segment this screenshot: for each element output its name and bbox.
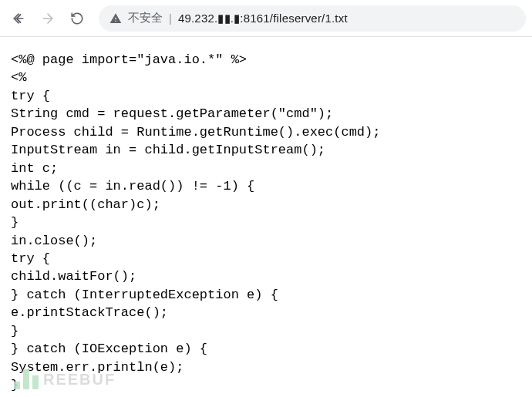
url-text: 49.232.▮▮.▮:8161/fileserver/1.txt <box>178 12 348 25</box>
browser-toolbar: 不安全 | 49.232.▮▮.▮:8161/fileserver/1.txt <box>0 0 532 37</box>
page-content-code: <%@ page import="java.io.*" %> <% try { … <box>0 37 532 397</box>
not-secure-icon <box>109 12 122 25</box>
address-separator: | <box>169 12 172 25</box>
back-button[interactable] <box>6 6 31 31</box>
reload-button[interactable] <box>65 6 89 31</box>
address-bar[interactable]: 不安全 | 49.232.▮▮.▮:8161/fileserver/1.txt <box>99 5 526 32</box>
forward-button[interactable] <box>35 6 60 31</box>
security-label: 不安全 <box>128 11 163 25</box>
